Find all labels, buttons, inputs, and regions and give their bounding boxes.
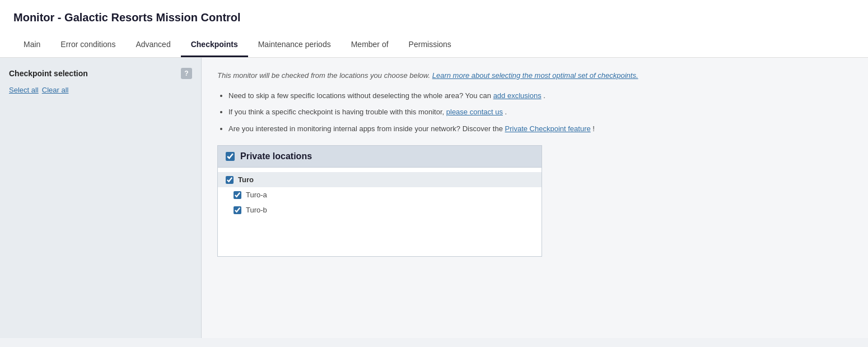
bullet-3-text-after: !	[592, 124, 595, 133]
location-turo-b: Turo-b	[218, 202, 542, 218]
tab-advanced[interactable]: Advanced	[125, 33, 180, 57]
location-turo: Turo	[218, 172, 542, 187]
bullet-1-text-before: Need to skip a few specific locations wi…	[228, 91, 491, 100]
tab-member-of[interactable]: Member of	[341, 33, 399, 57]
turo-a-label: Turo-a	[246, 191, 267, 199]
section-header-title: Private locations	[240, 151, 312, 161]
bullet-item-1: Need to skip a few specific locations wi…	[228, 90, 852, 101]
bullet-list: Need to skip a few specific locations wi…	[217, 90, 852, 135]
content-area: Checkpoint selection ? Select all Clear …	[0, 58, 868, 338]
bullet-3-text-before: Are you interested in monitoring interna…	[228, 124, 503, 133]
clear-all-link[interactable]: Clear all	[42, 86, 69, 94]
page-header: Monitor - Galactic Resorts Mission Contr…	[0, 0, 868, 58]
private-locations-checkbox[interactable]	[226, 152, 235, 161]
tab-checkpoints[interactable]: Checkpoints	[181, 33, 248, 57]
select-all-link[interactable]: Select all	[9, 86, 39, 94]
sidebar-title: Checkpoint selection	[9, 69, 88, 78]
bullet-item-3: Are you interested in monitoring interna…	[228, 123, 852, 135]
turo-a-checkbox[interactable]	[234, 191, 241, 199]
contact-us-link[interactable]: please contact us	[446, 108, 503, 116]
turo-checkbox[interactable]	[226, 176, 234, 184]
private-locations-section: Private locations Turo Turo-a Turo-b	[217, 145, 542, 257]
locations-box: Turo Turo-a Turo-b	[217, 167, 542, 257]
private-checkpoint-link[interactable]: Private Checkpoint feature	[505, 124, 591, 133]
bullet-2-text-before: If you think a specific checkpoint is ha…	[228, 108, 444, 116]
bullet-1-text-after: .	[543, 91, 545, 100]
tab-main[interactable]: Main	[13, 33, 50, 57]
section-header: Private locations	[217, 145, 542, 167]
page-title: Monitor - Galactic Resorts Mission Contr…	[13, 11, 855, 33]
location-turo-a: Turo-a	[218, 187, 542, 202]
bullet-2-text-after: .	[505, 108, 507, 116]
sidebar-links: Select all Clear all	[9, 86, 192, 94]
tab-error-conditions[interactable]: Error conditions	[50, 33, 125, 57]
learn-more-link[interactable]: Learn more about selecting the most opti…	[432, 71, 638, 80]
tab-bar: Main Error conditions Advanced Checkpoin…	[13, 33, 855, 57]
turo-b-checkbox[interactable]	[234, 206, 241, 214]
help-icon[interactable]: ?	[181, 68, 192, 79]
tab-permissions[interactable]: Permissions	[399, 33, 461, 57]
info-paragraph: This monitor will be checked from the lo…	[217, 70, 852, 81]
tab-maintenance-periods[interactable]: Maintenance periods	[248, 33, 341, 57]
bullet-item-2: If you think a specific checkpoint is ha…	[228, 107, 852, 118]
turo-b-label: Turo-b	[246, 206, 267, 214]
sidebar-title-row: Checkpoint selection ?	[9, 68, 192, 79]
info-text-static: This monitor will be checked from the lo…	[217, 71, 430, 80]
add-exclusions-link[interactable]: add exclusions	[493, 91, 542, 100]
sidebar: Checkpoint selection ? Select all Clear …	[0, 58, 202, 338]
turo-label: Turo	[238, 175, 254, 184]
main-content: This monitor will be checked from the lo…	[202, 58, 868, 338]
